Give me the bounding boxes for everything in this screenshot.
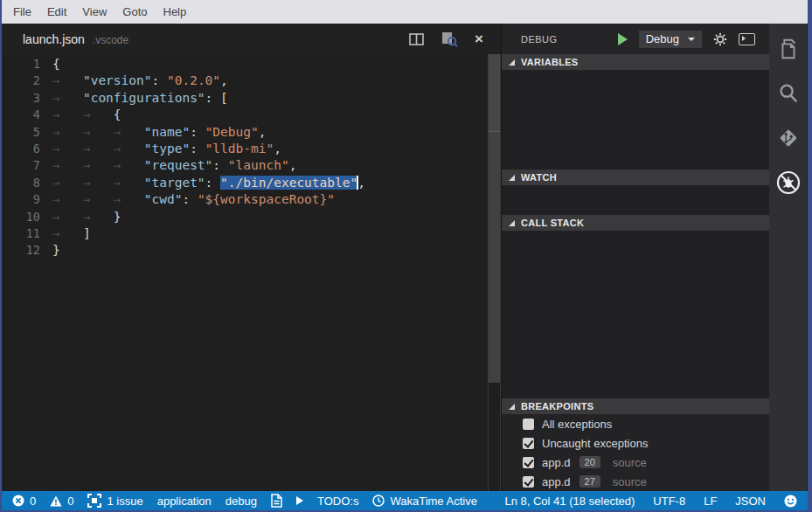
code-editor[interactable]: 1{2→ "version": "0.2.0",3→ "configuratio… — [2, 54, 501, 491]
code-line-10[interactable]: 10→ → } — [2, 209, 501, 225]
status-label: 0 — [67, 495, 73, 508]
breakpoint-label: Uncaught exceptions — [542, 437, 648, 450]
code-token: "request" — [144, 158, 213, 172]
status-item-0[interactable]: 0 — [50, 495, 73, 508]
tab-folder-hint: .vscode — [93, 34, 128, 46]
breakpoint-row-app-d[interactable]: app.d20source — [502, 453, 769, 472]
code-line-1[interactable]: 1{ — [2, 56, 501, 73]
status-item-0[interactable]: 0 — [12, 495, 36, 508]
menu-item-file[interactable]: File — [5, 5, 39, 18]
status-item-smiley-icon[interactable] — [784, 495, 797, 508]
checkbox-checked[interactable] — [523, 457, 534, 468]
activity-bar — [769, 24, 807, 491]
section-call-stack[interactable]: CALL STACK — [502, 215, 769, 231]
section-breakpoints[interactable]: BREAKPOINTS — [502, 398, 769, 414]
line-number[interactable]: 1 — [2, 56, 40, 73]
menu-item-help[interactable]: Help — [156, 5, 195, 18]
line-number[interactable]: 12 — [2, 242, 40, 259]
status-item-play-icon[interactable] — [296, 496, 303, 505]
section-variables[interactable]: VARIABLES — [502, 54, 769, 70]
activity-debug-icon[interactable] — [775, 169, 802, 196]
debug-console-icon[interactable] — [739, 33, 755, 45]
code-token: "type" — [144, 142, 190, 156]
twistie-icon — [509, 59, 515, 66]
activity-files-icon[interactable] — [776, 35, 801, 62]
breakpoint-row-uncaught-exceptions[interactable]: Uncaught exceptions — [502, 433, 769, 453]
line-number[interactable]: 2 — [2, 73, 40, 89]
status-item-json[interactable]: JSON — [735, 495, 766, 508]
line-content: → "version": "0.2.0", — [52, 73, 228, 89]
line-content: { — [52, 56, 60, 73]
section-watch[interactable]: WATCH — [502, 170, 769, 185]
variables-content — [502, 70, 769, 170]
tab-whitespace-arrows: → → — [52, 107, 114, 121]
breakpoint-row-all-exceptions[interactable]: All exceptions — [502, 414, 769, 433]
checkbox-checked[interactable] — [523, 438, 534, 449]
editor-actions: × — [409, 31, 483, 47]
editor-scrollbar[interactable] — [488, 54, 501, 491]
code-line-12[interactable]: 12} — [2, 242, 501, 259]
start-debugging-button[interactable] — [618, 33, 628, 45]
status-item-debug[interactable]: debug — [226, 495, 257, 508]
breakpoint-row-app-d[interactable]: app.d27source — [502, 472, 769, 491]
menu-item-edit[interactable]: Edit — [39, 5, 74, 18]
status-item-ln-8-col-41-18-selected[interactable]: Ln 8, Col 41 (18 selected) — [504, 495, 635, 508]
tab-launch-json[interactable]: launch.json .vscode — [23, 32, 128, 46]
debug-config-dropdown[interactable]: Debug — [639, 31, 702, 48]
debug-config-value: Debug — [646, 32, 679, 45]
code-line-2[interactable]: 2→ "version": "0.2.0", — [2, 73, 501, 89]
code-line-8[interactable]: 8→ → → "target": "./bin/executable", — [2, 175, 501, 191]
checkbox-unchecked[interactable] — [523, 419, 534, 430]
line-number[interactable]: 6 — [2, 141, 40, 157]
twistie-icon — [509, 175, 515, 181]
line-number[interactable]: 7 — [2, 157, 40, 174]
status-item-todo-s[interactable]: TODO:s — [317, 495, 358, 508]
code-line-9[interactable]: 9→ → → "cwd": "${workspaceRoot}" — [2, 191, 501, 208]
split-editor-icon[interactable] — [409, 33, 424, 45]
line-number[interactable]: 5 — [2, 124, 40, 141]
checkbox-checked[interactable] — [523, 476, 534, 488]
menu-item-view[interactable]: View — [74, 5, 115, 18]
line-content: } — [52, 242, 60, 259]
tab-whitespace-arrows: → — [52, 226, 83, 240]
section-watch-label: WATCH — [521, 172, 557, 183]
status-item-1-issue[interactable]: 1 issue — [87, 494, 142, 508]
preview-icon[interactable] — [441, 31, 458, 47]
code-line-4[interactable]: 4→ → { — [2, 107, 501, 123]
git-icon — [776, 126, 801, 150]
code-line-5[interactable]: 5→ → → "name": "Debug", — [2, 124, 501, 141]
activity-search-icon[interactable] — [776, 80, 801, 107]
search-icon — [776, 81, 801, 106]
scrollbar-thumb[interactable] — [489, 132, 500, 383]
line-number[interactable]: 10 — [2, 209, 40, 225]
status-item-lf[interactable]: LF — [704, 495, 717, 508]
breakpoint-detail: source — [613, 456, 647, 469]
tab-whitespace-arrows: → → → — [52, 192, 144, 206]
line-number[interactable]: 3 — [2, 90, 40, 107]
editor-group: launch.json .vscode × 1{2→ "version": "0… — [2, 24, 502, 491]
status-item-utf-8[interactable]: UTF-8 — [653, 495, 685, 508]
activity-git-icon[interactable] — [776, 124, 801, 151]
status-item-wakatime-active[interactable]: WakaTime Active — [372, 495, 476, 508]
line-number[interactable]: 9 — [2, 191, 40, 208]
code-line-11[interactable]: 11→ ] — [2, 225, 501, 242]
gear-icon[interactable] — [713, 32, 727, 46]
line-number[interactable]: 11 — [2, 225, 40, 242]
status-item-file-lines-icon[interactable] — [271, 494, 282, 508]
code-line-6[interactable]: 6→ → → "type": "lldb-mi", — [2, 141, 501, 157]
scrollbar-thumb[interactable] — [489, 54, 500, 132]
line-number[interactable]: 8 — [2, 175, 40, 191]
code-token: "0.2.0" — [167, 73, 220, 87]
tab-whitespace-arrows: → → → — [52, 142, 144, 156]
code-token: , — [274, 142, 281, 156]
breakpoint-label: app.d — [542, 475, 571, 488]
warning-triangle-icon — [50, 495, 62, 507]
status-item-application[interactable]: application — [157, 495, 212, 508]
code-token: } — [114, 210, 121, 224]
close-icon[interactable]: × — [475, 31, 483, 46]
status-bar: 001 issueapplicationdebugTODO:sWakaTime … — [2, 491, 808, 510]
menu-item-goto[interactable]: Goto — [115, 5, 155, 18]
code-line-3[interactable]: 3→ "configurations": [ — [2, 90, 501, 107]
line-number[interactable]: 4 — [2, 107, 40, 123]
code-line-7[interactable]: 7→ → → "request": "launch", — [2, 157, 501, 174]
